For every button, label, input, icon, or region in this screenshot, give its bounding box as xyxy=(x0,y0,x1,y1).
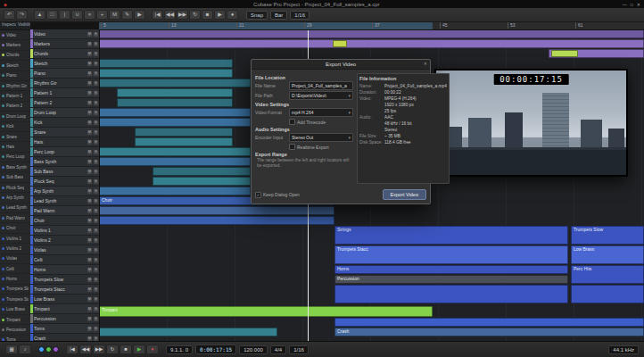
visibility-item[interactable]: Perc Loop xyxy=(0,153,30,162)
solo-button[interactable]: S xyxy=(94,62,98,66)
visibility-item[interactable]: Low Brass xyxy=(0,305,30,315)
mute-button[interactable]: M xyxy=(87,327,92,331)
track-header[interactable]: Lead Synth M S xyxy=(30,196,99,206)
solo-button[interactable]: S xyxy=(94,307,98,311)
clip[interactable] xyxy=(99,108,251,117)
visibility-item[interactable]: Pattern 1 xyxy=(0,91,30,101)
mute-button[interactable]: M xyxy=(87,81,92,86)
track-header[interactable]: Sub Bass M S xyxy=(30,167,99,177)
solo-button[interactable]: S xyxy=(94,199,98,203)
clip[interactable] xyxy=(99,29,644,38)
maximize-button[interactable]: □ xyxy=(631,2,633,7)
mute-button[interactable]: M xyxy=(87,258,92,262)
minimize-button[interactable]: — xyxy=(623,2,627,7)
mute-button[interactable]: M xyxy=(87,179,92,184)
play-button[interactable]: ▶ xyxy=(133,345,145,354)
timecode-display[interactable]: 0:00:17:15 xyxy=(195,345,236,354)
mixconsole-button[interactable]: ▦ xyxy=(5,345,18,354)
solo-button[interactable]: S xyxy=(94,91,98,95)
solo-button[interactable]: S xyxy=(94,287,98,292)
visibility-item[interactable]: Kick xyxy=(0,122,30,132)
track-header[interactable]: Trumpets Slow M S xyxy=(30,275,99,285)
realtime-export-checkbox[interactable] xyxy=(289,144,295,150)
solo-button[interactable]: S xyxy=(94,268,98,272)
clip[interactable]: Trumpets Stacc xyxy=(334,245,568,264)
track-header[interactable]: Percussion M S xyxy=(30,314,99,324)
video-format-dropdown[interactable]: mp4 H.264▾ xyxy=(289,108,353,117)
clip[interactable] xyxy=(99,206,334,215)
mute-button[interactable]: M xyxy=(87,130,92,135)
close-button[interactable]: ✕ xyxy=(637,2,640,7)
visibility-item[interactable]: Violins 1 xyxy=(0,234,30,244)
mute-button[interactable]: M xyxy=(87,336,92,341)
track-header[interactable]: Pluck Seq M S xyxy=(30,177,99,187)
solo-button[interactable]: S xyxy=(94,297,98,302)
solo-button[interactable]: S xyxy=(94,170,98,174)
track-header[interactable]: Bass Synth M S xyxy=(30,157,99,167)
visibility-item[interactable]: Pad Warm xyxy=(0,213,30,223)
clip[interactable] xyxy=(99,39,644,48)
record-button[interactable]: ● xyxy=(227,10,238,20)
track-header[interactable]: Violas M S xyxy=(30,245,99,255)
mute-button[interactable]: M xyxy=(87,170,92,174)
track-header[interactable]: Low Brass M S xyxy=(30,295,99,304)
visibility-item[interactable]: Arp Synth xyxy=(0,193,30,203)
track-header[interactable]: Celli M S xyxy=(30,255,99,265)
clip[interactable] xyxy=(99,69,233,78)
mute-button[interactable]: M xyxy=(87,52,92,56)
track-header[interactable]: Timpani M S xyxy=(30,304,99,314)
mute-button[interactable]: M xyxy=(87,307,92,311)
mute-button[interactable]: M xyxy=(87,287,92,292)
visibility-item[interactable]: Horns xyxy=(0,274,30,284)
visibility-item[interactable]: Trumpets Stacc xyxy=(0,295,30,304)
mute-button[interactable]: M xyxy=(87,297,92,302)
track-header[interactable]: Video M S xyxy=(30,29,99,39)
clip[interactable] xyxy=(333,40,347,47)
solo-button[interactable]: S xyxy=(94,81,98,86)
draw-tool[interactable]: ✎ xyxy=(121,10,133,20)
solo-button[interactable]: S xyxy=(94,327,98,331)
clip[interactable] xyxy=(135,137,233,146)
visibility-item[interactable]: Chords xyxy=(0,51,30,61)
clip[interactable] xyxy=(153,177,251,186)
solo-button[interactable]: S xyxy=(94,32,98,37)
stop-button[interactable]: ■ xyxy=(120,345,132,354)
mute-button[interactable]: M xyxy=(87,71,92,76)
visibility-item[interactable]: Pattern 2 xyxy=(0,102,30,112)
clip[interactable]: Timpani xyxy=(99,306,433,317)
clip[interactable] xyxy=(551,50,578,57)
solo-button[interactable]: S xyxy=(94,150,98,154)
solo-button[interactable]: S xyxy=(94,317,98,321)
track-header[interactable]: Arp Synth M S xyxy=(30,187,99,196)
keep-dialog-open-checkbox[interactable]: ✓ xyxy=(255,192,261,198)
visibility-item[interactable]: Piano xyxy=(0,71,30,81)
track-header[interactable]: Pattern 2 M S xyxy=(30,98,99,108)
track-header[interactable]: Violins 1 M S xyxy=(30,226,99,236)
clip[interactable] xyxy=(99,187,251,195)
visibility-item[interactable]: Trumpets Slow xyxy=(0,285,30,295)
mute-button[interactable]: M xyxy=(87,199,92,203)
clip[interactable]: Strings xyxy=(334,226,568,245)
mute-button[interactable]: M xyxy=(87,238,92,243)
track-header[interactable]: Piano M S xyxy=(30,69,99,79)
cycle-button[interactable]: ↻ xyxy=(189,10,201,20)
visibility-item[interactable]: Rhythm Gtr xyxy=(0,81,30,91)
record-button[interactable]: ● xyxy=(146,345,159,354)
mute-button[interactable]: M xyxy=(87,32,92,37)
solo-button[interactable]: S xyxy=(94,130,98,135)
cycle-region[interactable] xyxy=(99,21,433,29)
clip[interactable] xyxy=(153,167,251,176)
track-header[interactable]: Perc Loop M S xyxy=(30,147,99,157)
go-to-start-button[interactable]: |◀ xyxy=(152,10,163,20)
time-signature-display[interactable]: 4/4 xyxy=(270,345,286,354)
visibility-item[interactable]: Video xyxy=(0,30,30,40)
solo-button[interactable]: S xyxy=(94,140,98,145)
clip[interactable] xyxy=(334,318,644,327)
visibility-item[interactable]: Hats xyxy=(0,142,30,152)
dialog-close-icon[interactable]: ✕ xyxy=(424,61,427,66)
add-timecode-checkbox[interactable] xyxy=(289,119,295,125)
mute-button[interactable]: M xyxy=(87,140,92,145)
mute-tool[interactable]: M xyxy=(109,10,120,20)
track-header[interactable]: Kick M S xyxy=(30,118,99,128)
visibility-item[interactable]: Drum Loop xyxy=(0,112,30,121)
